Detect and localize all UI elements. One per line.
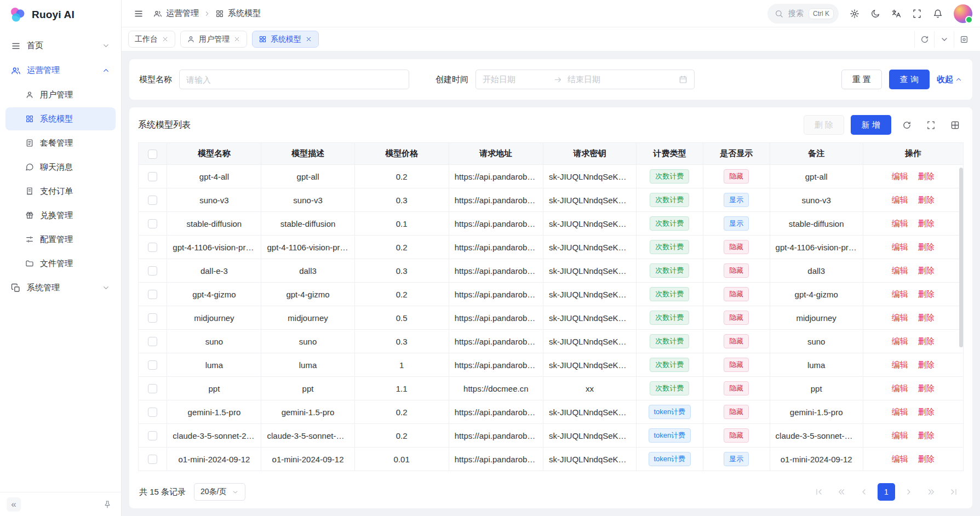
tab-close-icon[interactable] [233,36,240,43]
row-checkbox[interactable] [148,196,157,205]
breadcrumb-item-system-models[interactable]: 系统模型 [215,8,261,19]
delete-link[interactable]: 删除 [918,242,935,251]
reset-button[interactable]: 重 置 [841,70,882,89]
edit-link[interactable]: 编辑 [892,454,908,463]
global-search-button[interactable]: 搜索 Ctrl K [767,4,839,24]
sidebar-item-system-management[interactable]: 系统管理 [5,276,116,300]
header-action-button[interactable] [887,4,906,23]
header-action-button[interactable] [929,4,947,23]
delete-link[interactable]: 删除 [918,336,935,346]
cell-remark: ppt [770,377,863,400]
sidebar-item-redeem-management[interactable]: 兑换管理 [5,204,116,227]
row-checkbox[interactable] [148,219,157,228]
delete-link[interactable]: 删除 [918,454,935,463]
delete-link[interactable]: 删除 [918,195,935,204]
tab-workbench[interactable]: 工作台 [128,31,175,48]
cell-model-name: stable-diffusion [167,212,261,236]
row-checkbox[interactable] [148,172,157,181]
collapse-filter-link[interactable]: 收起 [937,74,962,85]
header-action-button[interactable] [866,4,885,23]
tab-system-models[interactable]: 系统模型 [252,31,319,48]
delete-link[interactable]: 删除 [918,219,935,228]
first-page-button[interactable] [810,483,828,501]
tab-user-management[interactable]: 用户管理 [180,31,247,48]
cell-request-key: sk-JIUQLNndqSeKWU... [543,259,636,283]
sidebar-item-payment-orders[interactable]: 支付订单 [5,180,116,203]
delete-link[interactable]: 删除 [918,360,935,369]
add-button[interactable]: 新 增 [851,115,891,135]
sidebar-item-user-management[interactable]: 用户管理 [5,83,116,106]
row-checkbox[interactable] [148,337,157,346]
app-logo[interactable]: Ruoyi AI [0,0,121,30]
edit-link[interactable]: 编辑 [892,431,908,440]
delete-link[interactable]: 删除 [918,171,935,181]
edit-link[interactable]: 编辑 [892,195,908,204]
edit-link[interactable]: 编辑 [892,289,908,299]
edit-link[interactable]: 编辑 [892,360,908,369]
last-page-button[interactable] [945,483,962,501]
row-checkbox[interactable] [148,313,157,323]
query-button[interactable]: 查 询 [889,70,930,89]
delete-link[interactable]: 删除 [918,313,935,322]
header-action-button[interactable] [908,4,926,23]
sidebar-item-file-management[interactable]: 文件管理 [5,252,116,275]
tab-close-icon[interactable] [305,36,312,43]
table-tool-button[interactable] [922,116,939,134]
home-icon [11,41,21,51]
sidebar-item-package-management[interactable]: 套餐管理 [5,131,116,154]
delete-link[interactable]: 删除 [918,431,935,440]
models-table: 模型名称 模型描述 模型价格 请求地址 请求密钥 计费类型 是否显示 备注 操作 [138,142,964,471]
row-checkbox[interactable] [148,290,157,299]
edit-link[interactable]: 编辑 [892,313,908,322]
sidebar-item-system-models[interactable]: 系统模型 [5,107,116,130]
edit-link[interactable]: 编辑 [892,383,908,393]
sidebar-item-config-management[interactable]: 配置管理 [5,228,116,251]
delete-link[interactable]: 删除 [918,289,935,299]
tab-refresh-button[interactable] [914,31,934,48]
tab-close-icon[interactable] [162,36,169,43]
delete-button[interactable]: 删 除 [804,115,844,135]
row-checkbox[interactable] [148,360,157,370]
header-action-button[interactable] [845,4,864,23]
sidebar-collapse-button[interactable]: « [7,497,21,512]
row-checkbox[interactable] [148,384,157,393]
select-all-checkbox[interactable] [148,150,157,159]
next-page-button[interactable] [900,483,918,501]
breadcrumb-item-operations[interactable]: 运营管理 [153,8,199,19]
model-name-input[interactable] [179,70,409,89]
edit-link[interactable]: 编辑 [892,242,908,251]
content-layout-button[interactable] [954,31,973,48]
prev-page-button[interactable] [855,483,873,501]
row-checkbox[interactable] [148,431,157,440]
sidebar-item-chat-messages[interactable]: 聊天消息 [5,156,116,179]
sidebar-item-operations[interactable]: 运营管理 [5,59,116,82]
table-tool-button[interactable] [898,116,915,134]
page-size-select[interactable]: 20条/页 [194,483,245,501]
jump-forward-button[interactable] [922,483,940,501]
user-avatar[interactable] [954,4,972,23]
delete-link[interactable]: 删除 [918,383,935,393]
sidebar-subitem-icon [25,139,34,147]
jump-back-button[interactable] [833,483,850,501]
delete-link[interactable]: 删除 [918,407,935,416]
edit-link[interactable]: 编辑 [892,219,908,228]
sidebar-toggle-button[interactable] [129,4,148,23]
date-range-picker[interactable]: 开始日期 结束日期 [475,70,695,89]
delete-link[interactable]: 删除 [918,266,935,275]
tab-menu-button[interactable] [934,31,954,48]
row-checkbox[interactable] [148,408,157,417]
pin-button[interactable] [100,497,114,512]
edit-link[interactable]: 编辑 [892,266,908,275]
edit-link[interactable]: 编辑 [892,407,908,416]
sidebar-item-home[interactable]: 首页 [5,34,116,58]
edit-link[interactable]: 编辑 [892,171,908,181]
row-checkbox[interactable] [148,455,157,464]
edit-link[interactable]: 编辑 [892,336,908,346]
row-checkbox[interactable] [148,243,157,252]
last-page-icon [949,488,958,496]
vertical-scrollbar[interactable] [959,168,963,347]
row-checkbox[interactable] [148,266,157,276]
billing-type-badge: 次数计费 [650,169,689,184]
current-page-button[interactable]: 1 [878,483,895,501]
table-tool-button[interactable] [946,116,964,134]
